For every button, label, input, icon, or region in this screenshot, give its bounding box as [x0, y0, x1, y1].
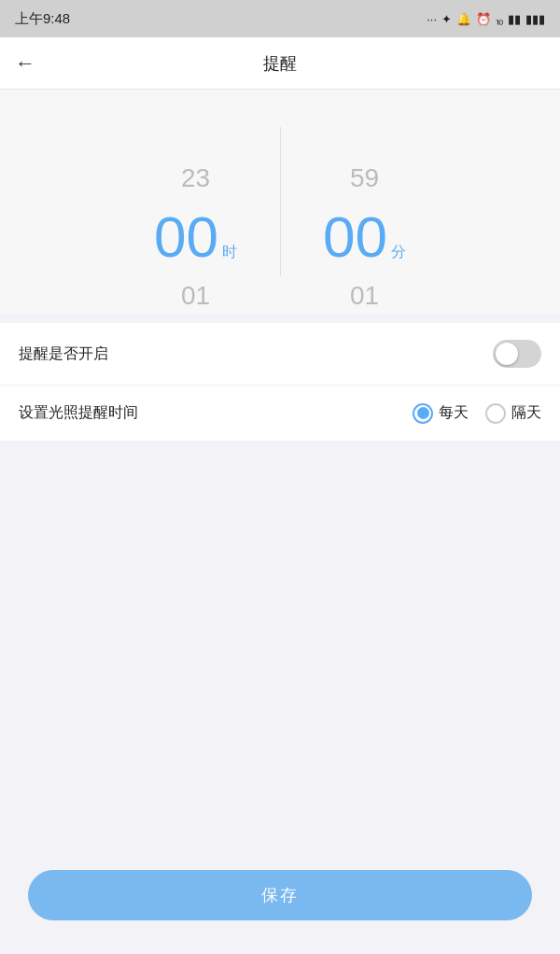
bluetooth-icon: ✦: [441, 12, 452, 26]
everyday-radio[interactable]: [413, 403, 433, 424]
hour-selected-row: 00 时: [154, 208, 237, 266]
signal-bars-icon: ▮▮: [508, 12, 521, 26]
battery-icon: ▮▮▮: [525, 12, 545, 26]
hour-unit: 时: [222, 243, 237, 262]
mute-icon: 🔔: [456, 12, 471, 26]
signal-dots-icon: ···: [427, 12, 437, 26]
minute-above-value: 59: [350, 163, 379, 193]
reminder-toggle[interactable]: [493, 340, 541, 368]
schedule-row: 设置光照提醒时间 每天 隔天: [0, 386, 560, 442]
hour-picker-column[interactable]: 23 00 时 01: [112, 90, 280, 314]
settings-section: 提醒是否开启 设置光照提醒时间 每天 隔天: [0, 323, 560, 442]
reminder-toggle-label: 提醒是否开启: [19, 344, 108, 364]
hour-selected-value: 00: [154, 208, 218, 266]
reminder-toggle-row: 提醒是否开启: [0, 323, 560, 386]
toggle-knob: [496, 343, 518, 365]
back-button[interactable]: ←: [15, 51, 35, 76]
schedule-label: 设置光照提醒时间: [19, 403, 138, 423]
everyday-option[interactable]: 每天: [413, 403, 469, 424]
alarm-icon: ⏰: [476, 12, 491, 26]
frequency-radio-group: 每天 隔天: [413, 403, 541, 424]
status-bar: 上午9:48 ··· ✦ 🔔 ⏰ ⏨ ▮▮ ▮▮▮: [0, 0, 560, 37]
everyday-label: 每天: [439, 403, 469, 423]
app-header: ← 提醒: [0, 37, 560, 90]
alternate-option[interactable]: 隔天: [485, 403, 541, 424]
status-icons: ··· ✦ 🔔 ⏰ ⏨ ▮▮ ▮▮▮: [427, 12, 545, 26]
save-button[interactable]: 保存: [28, 870, 532, 920]
page-title: 提醒: [263, 52, 297, 75]
alternate-radio[interactable]: [485, 403, 506, 424]
minute-below-value: 01: [350, 281, 379, 311]
hour-below-value: 01: [181, 281, 210, 311]
wifi-icon: ⏨: [496, 12, 503, 26]
save-area: 保存: [0, 851, 560, 954]
minute-picker-column[interactable]: 59 00 分 01: [281, 90, 449, 314]
minute-unit: 分: [391, 243, 406, 262]
alternate-label: 隔天: [511, 403, 541, 423]
minute-selected-row: 00 分: [323, 208, 406, 266]
hour-above-value: 23: [181, 163, 210, 193]
minute-selected-value: 00: [323, 208, 387, 266]
content-spacer: [0, 442, 560, 851]
time-picker: 23 00 时 01 59 00 分 01: [0, 90, 560, 314]
status-time: 上午9:48: [15, 10, 70, 28]
